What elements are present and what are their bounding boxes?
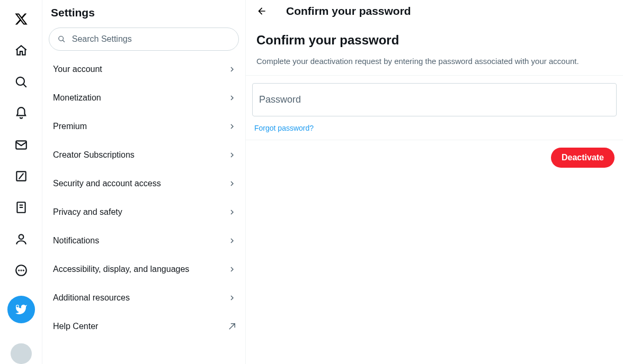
settings-search-wrap: [42, 25, 245, 55]
chevron-right-icon: [227, 65, 237, 74]
chevron-right-icon: [227, 93, 237, 103]
settings-item-label: Your account: [53, 65, 102, 74]
settings-item[interactable]: Premium: [42, 112, 245, 141]
nav-rail: [0, 0, 42, 364]
settings-item-label: Monetization: [53, 93, 101, 103]
more-icon[interactable]: [8, 258, 34, 284]
x-logo-icon[interactable]: [8, 6, 34, 32]
svg-point-0: [16, 77, 24, 85]
search-icon[interactable]: [8, 69, 34, 95]
svg-point-11: [21, 270, 21, 271]
svg-point-8: [19, 234, 23, 239]
external-link-icon: [227, 322, 237, 331]
back-button[interactable]: [252, 2, 271, 21]
settings-search-input[interactable]: [71, 34, 230, 44]
settings-list: Your accountMonetizationPremiumCreator S…: [42, 55, 245, 341]
password-input[interactable]: [252, 83, 617, 116]
chevron-right-icon: [227, 265, 237, 274]
svg-point-12: [23, 270, 23, 271]
settings-item[interactable]: Additional resources: [42, 284, 245, 312]
section-description: Complete your deactivation request by en…: [246, 51, 623, 76]
settings-item-label: Help Center: [53, 322, 98, 331]
home-icon[interactable]: [8, 37, 34, 63]
settings-item-label: Notifications: [53, 236, 99, 245]
settings-item[interactable]: Creator Subscriptions: [42, 141, 245, 169]
settings-title: Settings: [42, 3, 245, 25]
detail-column: Confirm your password Confirm your passw…: [246, 0, 623, 364]
settings-item[interactable]: Privacy and safety: [42, 198, 245, 226]
settings-item-label: Creator Subscriptions: [53, 150, 135, 160]
settings-item[interactable]: Help Center: [42, 312, 245, 341]
chevron-right-icon: [227, 293, 237, 303]
settings-item-label: Privacy and safety: [53, 207, 122, 217]
section-title: Confirm your password: [246, 23, 623, 51]
chevron-right-icon: [227, 236, 237, 245]
settings-item[interactable]: Your account: [42, 55, 245, 84]
settings-item[interactable]: Monetization: [42, 84, 245, 112]
grok-icon[interactable]: [8, 163, 34, 189]
svg-line-4: [19, 174, 23, 179]
search-input-icon: [58, 35, 66, 43]
forgot-password-link[interactable]: Forgot password?: [246, 121, 623, 140]
settings-item-label: Security and account access: [53, 179, 161, 188]
settings-item[interactable]: Accessibility, display, and languages: [42, 255, 245, 284]
deactivate-button[interactable]: Deactivate: [551, 148, 615, 168]
settings-column: Settings Your accountMonetizationPremium…: [42, 0, 246, 364]
svg-line-1: [23, 84, 26, 87]
settings-item-label: Additional resources: [53, 293, 130, 303]
chevron-right-icon: [227, 122, 237, 131]
account-avatar[interactable]: [11, 343, 32, 365]
app-root: Settings Your accountMonetizationPremium…: [0, 0, 623, 364]
settings-item-label: Premium: [53, 122, 87, 131]
lists-icon[interactable]: [8, 195, 34, 221]
password-block: [246, 76, 623, 121]
settings-search-box[interactable]: [49, 28, 239, 51]
notifications-icon[interactable]: [8, 100, 34, 126]
detail-header-title: Confirm your password: [286, 5, 411, 17]
chevron-right-icon: [227, 150, 237, 160]
chevron-right-icon: [227, 207, 237, 217]
settings-item[interactable]: Notifications: [42, 226, 245, 255]
detail-header: Confirm your password: [246, 0, 623, 23]
action-row: Deactivate: [246, 140, 623, 175]
arrow-left-icon: [256, 6, 267, 16]
compose-tweet-button[interactable]: [7, 296, 35, 323]
settings-item[interactable]: Security and account access: [42, 169, 245, 198]
settings-item-label: Accessibility, display, and languages: [53, 265, 189, 274]
svg-point-10: [19, 270, 19, 271]
profile-icon[interactable]: [8, 226, 34, 252]
messages-icon[interactable]: [8, 132, 34, 158]
chevron-right-icon: [227, 179, 237, 188]
